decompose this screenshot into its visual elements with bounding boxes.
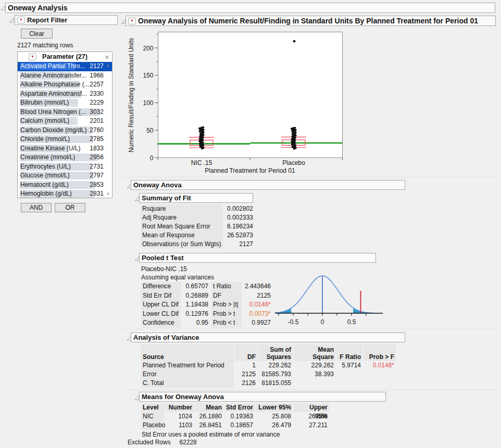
scroll-down-icon[interactable]: ∨ bbox=[105, 191, 111, 196]
parameter-count: 2831 bbox=[90, 189, 104, 199]
parameter-list-item[interactable]: Creatinine (mmol/L) 2956 bbox=[18, 153, 112, 162]
prob-cell: 0.0146* bbox=[364, 361, 396, 370]
stat-value: 1.18438 bbox=[181, 300, 208, 310]
parameter-list-item[interactable]: Carbon Dioxide (mg/dL) 2760 bbox=[18, 126, 112, 135]
number-cell: 1103 bbox=[165, 421, 194, 430]
table-row: Root Mean Square Error 6.196234 bbox=[141, 222, 253, 231]
column-header: DF bbox=[235, 344, 257, 361]
stat-value: 2127 bbox=[223, 240, 253, 249]
svg-text:0.5: 0.5 bbox=[347, 318, 356, 326]
section-separator bbox=[122, 390, 497, 390]
parameter-list-item[interactable]: Blood Urea Nitrogen (... 3032 bbox=[18, 108, 112, 117]
or-button[interactable]: OR bbox=[55, 203, 85, 212]
anova-table-body: Planned Treatment for Period 01 1 229.26… bbox=[141, 361, 397, 388]
close-icon[interactable]: ✕ bbox=[105, 53, 109, 62]
scroll-up-icon[interactable]: ∧ bbox=[105, 63, 111, 68]
table-row: Difference 0.65707 t Ratio 2.443646 bbox=[141, 282, 271, 291]
f-ratio-cell bbox=[336, 370, 362, 379]
red-triangle-menu-icon[interactable]: ▼ bbox=[128, 18, 136, 24]
oneway-plot[interactable]: 050100150200 bbox=[135, 31, 347, 172]
stat-label: Observations (or Sum Wgts) bbox=[141, 240, 223, 249]
table-row: Lower CL Dif 0.12976 Prob > t 0.0073* bbox=[141, 310, 271, 319]
parameter-count: 2797 bbox=[90, 171, 104, 181]
analysis-of-variance-header[interactable]: Analysis of Variance bbox=[131, 332, 405, 342]
window-title-bar[interactable]: Oneway Analysis bbox=[5, 3, 495, 13]
source-cell: C. Total bbox=[141, 379, 234, 388]
parameter-list-item[interactable]: Glucose (mmol/L) 2797 bbox=[18, 171, 112, 181]
svg-text:150: 150 bbox=[143, 72, 153, 79]
report-filter-header[interactable]: ▼ Report Filter bbox=[15, 15, 118, 25]
parameter-label: Calcium (mmol/L) bbox=[20, 117, 69, 126]
parameter-count: 1966 bbox=[90, 71, 104, 81]
parameter-label: Chloride (mmol/L) bbox=[20, 135, 70, 144]
stat-value: 2125 bbox=[242, 291, 271, 301]
parameter-list-item[interactable]: Chloride (mmol/L) 2785 bbox=[18, 135, 112, 144]
stat-value: 0.9927 bbox=[242, 318, 271, 328]
f-ratio-cell bbox=[336, 379, 362, 388]
clear-button[interactable]: Clear bbox=[21, 29, 53, 39]
table-row: Error 2125 81585.793 38.393 bbox=[141, 370, 397, 379]
stat-label: t Ratio bbox=[211, 282, 242, 291]
level-cell: NIC .15 bbox=[141, 412, 164, 421]
parameter-list-item[interactable]: Alkaline Phosphatase (... 2257 bbox=[18, 80, 112, 89]
parameter-label: Blood Urea Nitrogen (... bbox=[20, 108, 86, 117]
t-distribution-curve: -0.500.5 bbox=[274, 272, 387, 330]
column-header: Prob > F bbox=[364, 344, 396, 361]
stat-label: Upper CL Dif bbox=[141, 300, 181, 310]
sum-squares-cell: 81815.055 bbox=[258, 379, 293, 388]
pooled-t-test-title: Pooled t Test bbox=[142, 254, 184, 262]
parameter-label: Hematocrit (g/dL) bbox=[20, 181, 69, 190]
parameter-list-item[interactable]: Hematocrit (g/dL) 2853 bbox=[18, 181, 112, 190]
column-header: Sum of Squares bbox=[258, 344, 293, 361]
lower-95-cell: 25.808 bbox=[256, 412, 293, 421]
x-tick-label-nic: NIC .15 bbox=[170, 159, 233, 167]
parameter-list-item[interactable]: Alanine Aminotransfer... 1966 bbox=[18, 71, 112, 81]
pooled-t-test-header[interactable]: Pooled t Test bbox=[139, 253, 376, 263]
t-test-table: Difference 0.65707 t Ratio 2.443646 Std … bbox=[141, 282, 271, 328]
stat-label: Prob > t bbox=[211, 310, 242, 319]
prob-cell bbox=[364, 379, 396, 388]
stat-label: Root Mean Square Error bbox=[141, 222, 223, 231]
section-separator bbox=[122, 177, 497, 177]
summary-of-fit-header[interactable]: Summary of Fit bbox=[139, 193, 253, 203]
parameter-label: Creatine Kinase (U/L) bbox=[20, 144, 80, 153]
stat-value: 0.0073* bbox=[242, 310, 271, 319]
stat-value: 0.0146* bbox=[242, 300, 271, 310]
column-header: Source bbox=[141, 344, 234, 361]
column-header: Upper 95% bbox=[294, 403, 329, 412]
means-header[interactable]: Means for Oneway Anova bbox=[139, 392, 386, 402]
parameter-list-item[interactable]: Calcium (mmol/L) 2201 bbox=[18, 117, 112, 126]
disclosure-icon[interactable] bbox=[9, 17, 14, 22]
y-axis-title: Numeric Result/Finding in Standard Units bbox=[128, 38, 135, 152]
parameter-label: Carbon Dioxide (mg/dL) bbox=[20, 126, 86, 135]
parameter-list-item[interactable]: Aspartate Aminotransf... 2330 bbox=[18, 89, 112, 99]
parameter-label: Creatinine (mmol/L) bbox=[20, 153, 75, 162]
stat-value: 0.002333 bbox=[223, 213, 253, 222]
table-row: Upper CL Dif 1.18438 Prob > |t| 0.0146* bbox=[141, 300, 271, 310]
report-filter-title: Report Filter bbox=[27, 16, 67, 24]
stat-label: Difference bbox=[141, 282, 181, 291]
parameter-list-item[interactable]: Bilirubin (mmol/L) 2229 bbox=[18, 98, 112, 108]
x-axis-title: Planned Treatment for Period 01 bbox=[158, 167, 342, 174]
stat-label: Mean of Response bbox=[141, 231, 223, 240]
anova-table-header: Source DF Sum of Squares Mean Square F R… bbox=[141, 344, 397, 361]
parameter-count: 1833 bbox=[90, 144, 104, 153]
parameter-count: 2229 bbox=[90, 98, 104, 108]
parameter-list-item[interactable]: Creatine Kinase (U/L) 1833 bbox=[18, 144, 112, 153]
parameter-panel-header: ▼ Parameter (27) ✕ bbox=[18, 52, 112, 62]
parameter-list-item[interactable]: Erythrocytes (U/L) 2731 bbox=[18, 162, 112, 172]
red-triangle-menu-icon[interactable]: ▼ bbox=[17, 17, 25, 23]
parameter-count: 2956 bbox=[90, 153, 104, 162]
parameter-list-item[interactable]: Activated Partial Thro... 2127 bbox=[18, 62, 112, 71]
parameter-count: 2731 bbox=[90, 162, 104, 172]
sum-squares-cell: 229.262 bbox=[258, 361, 293, 370]
f-ratio-cell: 5.9714 bbox=[336, 361, 362, 370]
oneway-anova-header[interactable]: Oneway Anova bbox=[131, 180, 405, 190]
and-button[interactable]: AND bbox=[21, 203, 52, 212]
parameter-list-item[interactable]: Hemoglobin (g/dL) 2831 bbox=[18, 189, 112, 199]
oneway-report-header[interactable]: ▼ Oneway Analysis of Numeric Result/Find… bbox=[126, 16, 496, 26]
window-title: Oneway Analysis bbox=[8, 4, 68, 12]
table-row: C. Total 2126 81815.055 bbox=[141, 379, 397, 388]
oneway-report-title: Oneway Analysis of Numeric Result/Findin… bbox=[138, 17, 478, 25]
stat-label: Adj Rsquare bbox=[141, 213, 223, 222]
